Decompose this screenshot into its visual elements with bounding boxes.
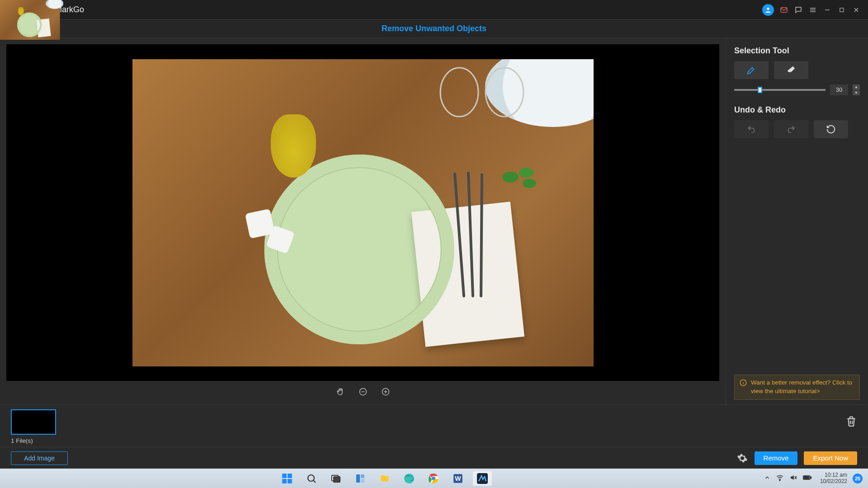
svg-point-23 bbox=[404, 474, 414, 483]
svg-rect-15 bbox=[282, 479, 287, 483]
eraser-tool-button[interactable] bbox=[774, 61, 808, 79]
svg-point-30 bbox=[779, 480, 780, 481]
canvas-viewport[interactable] bbox=[6, 44, 719, 381]
svg-rect-13 bbox=[282, 474, 287, 478]
search-button[interactable] bbox=[302, 471, 321, 486]
windows-taskbar: W 10:12 am 10/02/2022 25 bbox=[0, 469, 868, 488]
widgets-button[interactable] bbox=[350, 471, 370, 486]
side-panel: Selection Tool 30 ▲▼ Undo & Redo bbox=[726, 38, 868, 404]
menu-icon[interactable] bbox=[806, 3, 820, 17]
tray-chevron-icon[interactable] bbox=[764, 474, 770, 482]
delete-button[interactable] bbox=[845, 414, 857, 430]
svg-point-4 bbox=[519, 168, 533, 178]
canvas-area bbox=[0, 38, 726, 404]
feedback-icon[interactable] bbox=[791, 3, 806, 17]
svg-point-3 bbox=[502, 172, 519, 183]
reset-button[interactable] bbox=[814, 120, 848, 138]
info-icon bbox=[739, 379, 747, 387]
settings-button[interactable] bbox=[736, 452, 748, 464]
edge-icon[interactable] bbox=[399, 471, 419, 486]
svg-rect-20 bbox=[356, 474, 360, 483]
svg-rect-19 bbox=[334, 477, 340, 482]
start-button[interactable] bbox=[277, 471, 297, 486]
add-image-button[interactable]: Add Image bbox=[11, 451, 68, 465]
remove-button[interactable]: Remove bbox=[755, 451, 798, 465]
export-button[interactable]: Export Now bbox=[804, 451, 857, 465]
undo-button[interactable] bbox=[734, 120, 769, 138]
tray-clock[interactable]: 10:12 am 10/02/2022 bbox=[820, 472, 847, 485]
minimize-button[interactable] bbox=[820, 3, 835, 17]
file-count-label: 1 File(s) bbox=[11, 437, 857, 444]
svg-point-8 bbox=[440, 68, 478, 117]
image-thumbnail[interactable] bbox=[11, 409, 56, 435]
svg-text:W: W bbox=[455, 475, 461, 482]
chrome-icon[interactable] bbox=[424, 471, 443, 486]
thumbnail-strip: 1 File(s) bbox=[0, 404, 868, 447]
mail-icon[interactable] bbox=[777, 3, 791, 17]
wifi-icon[interactable] bbox=[776, 474, 784, 483]
zoom-out-button[interactable] bbox=[357, 386, 369, 398]
tray-weather-badge[interactable]: 25 bbox=[853, 474, 863, 483]
undo-redo-label: Undo & Redo bbox=[734, 105, 860, 115]
close-button[interactable] bbox=[849, 3, 863, 17]
svg-rect-22 bbox=[361, 479, 364, 483]
brush-size-stepper[interactable]: ▲▼ bbox=[853, 84, 860, 95]
svg-point-5 bbox=[523, 179, 536, 188]
titlebar: iMyFone MarkGo bbox=[0, 0, 868, 20]
maximize-button[interactable] bbox=[835, 3, 849, 17]
selection-tool-label: Selection Tool bbox=[734, 46, 860, 56]
brush-size-slider[interactable] bbox=[734, 89, 826, 91]
svg-rect-2 bbox=[840, 8, 844, 11]
svg-rect-21 bbox=[361, 474, 364, 478]
brush-tool-button[interactable] bbox=[734, 61, 769, 79]
svg-rect-33 bbox=[804, 477, 809, 479]
svg-rect-16 bbox=[288, 479, 292, 483]
mode-title: Remove Unwanted Objects bbox=[382, 24, 486, 33]
tray-time: 10:12 am bbox=[820, 472, 847, 479]
tray-date: 10/02/2022 bbox=[820, 479, 847, 485]
zoom-controls bbox=[6, 381, 719, 403]
account-icon[interactable] bbox=[762, 4, 774, 16]
brush-size-value[interactable]: 30 bbox=[830, 84, 848, 95]
volume-icon[interactable] bbox=[789, 474, 797, 483]
pan-hand-button[interactable] bbox=[335, 386, 346, 398]
tutorial-banner[interactable]: Want a better removal effect? Click to v… bbox=[734, 375, 860, 400]
subheader: Remove Unwanted Objects bbox=[0, 20, 868, 38]
word-icon[interactable]: W bbox=[448, 471, 468, 486]
redo-button[interactable] bbox=[774, 120, 808, 138]
svg-rect-32 bbox=[811, 477, 811, 478]
bottom-bar: Add Image Remove Export Now bbox=[0, 447, 868, 469]
system-tray: 10:12 am 10/02/2022 25 bbox=[764, 472, 863, 485]
file-explorer-icon[interactable] bbox=[375, 471, 395, 486]
zoom-in-button[interactable] bbox=[380, 386, 392, 398]
markgo-taskbar-icon[interactable] bbox=[472, 471, 492, 486]
canvas-image[interactable] bbox=[132, 59, 594, 366]
tutorial-text: Want a better removal effect? Click to v… bbox=[751, 379, 855, 396]
svg-rect-14 bbox=[288, 474, 292, 478]
svg-point-0 bbox=[767, 7, 769, 9]
svg-point-17 bbox=[308, 475, 314, 481]
task-view-button[interactable] bbox=[326, 471, 346, 486]
svg-point-9 bbox=[486, 68, 524, 117]
battery-icon[interactable] bbox=[803, 474, 812, 482]
